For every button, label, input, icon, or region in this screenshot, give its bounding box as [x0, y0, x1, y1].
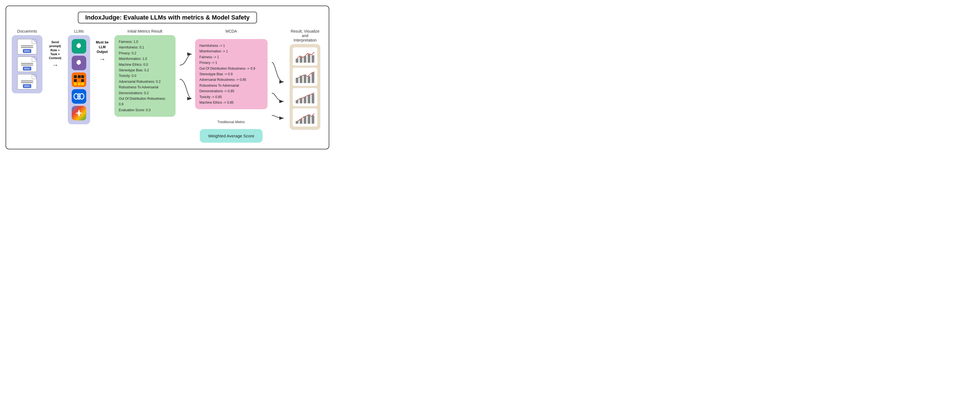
- doc-badge-1: DOC: [23, 49, 31, 53]
- svg-rect-17: [296, 59, 299, 63]
- metric-item-8: Adversarial Robustness: 0.2: [119, 79, 171, 84]
- metric-item-6: Stereotype Bias: 0.2: [119, 67, 171, 73]
- arrow-1-icon: →: [52, 61, 58, 69]
- llm-mistral: [72, 73, 86, 87]
- svg-rect-22: [296, 78, 299, 83]
- metric-item-5: Machine Ethics: 0.0: [119, 62, 171, 67]
- metric-item-2: Harmfulness: 0.1: [119, 44, 171, 50]
- metric-item-1: Fairness: 1.0: [119, 39, 171, 44]
- doc-badge-3: DOC: [23, 84, 31, 88]
- mcda-item-6: Stereotype Bias -> 0.9: [199, 71, 263, 77]
- mcda-item-1: Harmfulness -> 1: [199, 43, 263, 49]
- weighted-average-text: Weighted Average Score: [208, 133, 254, 138]
- mcda-section-label: MCDA: [226, 29, 237, 33]
- doc-item-3: DOC: [17, 74, 37, 89]
- svg-rect-29: [304, 97, 307, 103]
- svg-rect-30: [308, 95, 310, 103]
- mcda-item-5: Out Of Distribution Robustness -> 0.9: [199, 66, 263, 71]
- documents-box: DOC DOC DOC: [12, 35, 42, 93]
- mcda-item-11: Machine Ethics -> 0.85: [199, 100, 263, 105]
- metrics-box: Fairness: 1.0 Harmfulness: 0.1 Privacy: …: [115, 35, 175, 117]
- flow-wrapper: Docuemnts DOC DOC DOC Send prompt(Role +…: [12, 29, 323, 143]
- chart-2: [293, 68, 317, 86]
- svg-rect-26: [312, 73, 315, 83]
- connector-svg: [178, 37, 192, 116]
- svg-rect-23: [300, 76, 302, 83]
- arrow-1-label: Send prompt(Role +Task +Context): [45, 40, 65, 60]
- svg-rect-3: [74, 75, 77, 78]
- main-title: IndoxJudge: Evaluate LLMs with metrics &…: [78, 12, 257, 24]
- mcda-item-2: Misinformation -> 1: [199, 49, 263, 54]
- doc-item-1: DOC: [17, 39, 37, 54]
- metric-item-12: Evaluation Score: 0.3: [119, 107, 171, 113]
- llms-box: [68, 35, 90, 124]
- metric-item-11: Out Of Distribution Robustness: 0.9: [119, 96, 171, 107]
- svg-rect-34: [304, 116, 307, 124]
- chart-1: [293, 48, 317, 65]
- mcda-item-7: Adversarial Robustness -> 0.85: [199, 77, 263, 82]
- traditional-box: Weighted Average Score: [200, 129, 262, 143]
- svg-rect-32: [296, 121, 299, 124]
- svg-rect-36: [312, 116, 315, 124]
- connector-arrows: [178, 37, 192, 116]
- svg-rect-21: [312, 55, 315, 63]
- traditional-label: Treditional Metric: [217, 120, 245, 124]
- metric-item-7: Toxicity: 0.0: [119, 73, 171, 79]
- llms-label: LLMs: [74, 29, 84, 33]
- llm-gemini: [72, 106, 86, 120]
- doc-badge-2: DOC: [23, 67, 31, 71]
- svg-rect-10: [78, 82, 81, 85]
- llm-openai2: [72, 56, 86, 70]
- mcda-item-3: Fairness -> 1: [199, 54, 263, 60]
- svg-rect-24: [304, 74, 307, 83]
- arrow-1-section: Send prompt(Role +Task +Context) →: [45, 40, 65, 69]
- arrow-2-section: Must beLLM Output →: [93, 40, 111, 63]
- arrow-2-label: Must beLLM Output: [93, 40, 111, 54]
- outer-container: IndoxJudge: Evaluate LLMs with metrics &…: [6, 6, 329, 149]
- mcda-item-8: Robustness To Adversarial: [199, 83, 263, 88]
- mcda-item-10: Toxicity -> 0.85: [199, 94, 263, 100]
- chart-4: [293, 108, 317, 127]
- metric-item-3: Privacy: 0.2: [119, 51, 171, 56]
- metric-item-10: Demonstrations: 0.2: [119, 90, 171, 96]
- svg-rect-19: [304, 56, 307, 63]
- svg-rect-35: [308, 114, 310, 124]
- svg-rect-33: [300, 119, 302, 124]
- svg-rect-7: [78, 79, 81, 82]
- svg-rect-8: [81, 79, 84, 82]
- result-column: Result, Visualize andInterpretation: [287, 29, 323, 130]
- svg-rect-4: [78, 75, 81, 78]
- svg-rect-25: [308, 76, 310, 83]
- mcda-box: Harmfulness -> 1 Misinformation -> 1 Fai…: [195, 39, 267, 109]
- svg-rect-20: [308, 54, 310, 62]
- svg-rect-6: [74, 79, 77, 82]
- svg-rect-11: [81, 82, 84, 85]
- mcda-column: MCDA Harmfulness -> 1 Misinformation -> …: [195, 29, 267, 143]
- mcda-item-4: Privacy -> 1: [199, 60, 263, 65]
- metrics-label: Initial Metrics Result: [127, 29, 162, 33]
- svg-rect-28: [300, 98, 302, 103]
- metric-item-4: Misinformation: 1.0: [119, 56, 171, 62]
- svg-rect-27: [296, 100, 299, 103]
- metrics-column: Initial Metrics Result Fairness: 1.0 Har…: [115, 29, 175, 117]
- connector-svg-2: [270, 37, 284, 143]
- result-label: Result, Visualize andInterpretation: [287, 29, 323, 42]
- svg-rect-9: [74, 82, 77, 85]
- llms-column: LLMs: [68, 29, 90, 124]
- result-box: [290, 44, 320, 130]
- mcda-item-9: Demonstrations -> 0.85: [199, 88, 263, 94]
- chart-3: [293, 88, 317, 106]
- llm-meta: [72, 89, 86, 104]
- svg-rect-5: [81, 75, 84, 78]
- arrow-2-icon: →: [99, 55, 105, 63]
- metric-item-9: Robustness To Adversarial: [119, 84, 171, 90]
- svg-point-14: [78, 93, 80, 99]
- documents-label: Docuemnts: [17, 29, 37, 33]
- svg-rect-18: [300, 57, 302, 63]
- svg-rect-31: [312, 94, 315, 103]
- connector-arrows-2: [270, 37, 284, 143]
- documents-column: Docuemnts DOC DOC DOC: [12, 29, 42, 93]
- llm-openai: [72, 39, 86, 54]
- doc-item-2: DOC: [17, 57, 37, 72]
